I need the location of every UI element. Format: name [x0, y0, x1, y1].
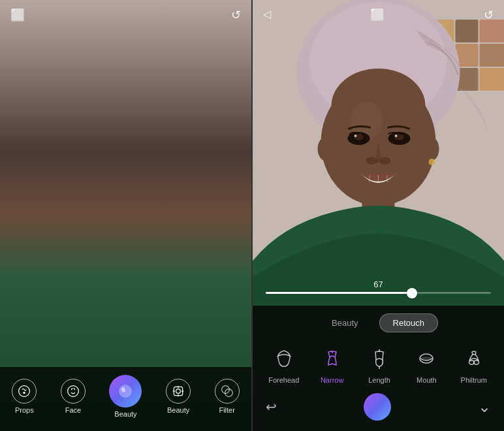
back-icon[interactable]: ◁	[263, 8, 271, 22]
forehead-icon	[270, 344, 298, 373]
svg-point-79	[429, 159, 435, 165]
svg-point-33	[68, 386, 79, 397]
right-bottom-panel: Beauty Retouch Forehead	[253, 306, 504, 431]
narrow-button[interactable]: Narrow	[318, 344, 347, 384]
face-icon	[61, 379, 86, 404]
philtrum-label: Philtrum	[461, 376, 487, 384]
svg-rect-49	[480, 20, 505, 42]
right-panel: ◁ ⬜ ↺ 67 Beauty Retouch	[253, 0, 504, 431]
slider-value-label: 67	[266, 279, 491, 289]
slider-fill	[266, 292, 412, 294]
reset-icon[interactable]: ↩	[266, 399, 277, 415]
beauty-icon	[166, 379, 191, 404]
retouch-tab[interactable]: Retouch	[379, 313, 438, 332]
length-icon	[365, 344, 394, 373]
svg-point-42	[221, 386, 229, 394]
props-icon	[12, 379, 37, 404]
left-top-icons: ⬜ ↺	[0, 8, 251, 22]
narrow-icon	[318, 344, 347, 373]
right-square-icon: ⬜	[370, 8, 385, 22]
filter-button[interactable]: Filter	[215, 379, 240, 414]
beauty-ball[interactable]	[364, 393, 391, 421]
narrow-label: Narrow	[321, 376, 343, 384]
svg-point-71	[354, 135, 357, 137]
slider-track[interactable]	[266, 292, 491, 294]
beauty-main-button[interactable]: Beauty	[109, 375, 142, 418]
forehead-button[interactable]: Forehead	[268, 344, 299, 384]
svg-point-37	[176, 389, 181, 394]
left-background	[0, 0, 251, 431]
svg-point-32	[24, 392, 25, 394]
bottom-actions: ↩ ⌄	[253, 387, 504, 421]
slider-thumb[interactable]	[407, 288, 417, 298]
filter-icon	[215, 379, 240, 404]
svg-rect-54	[480, 44, 505, 67]
face-label: Face	[65, 406, 81, 414]
face-button[interactable]: Face	[61, 379, 86, 414]
svg-point-65	[318, 137, 334, 161]
forehead-label: Forehead	[268, 376, 299, 384]
right-refresh-icon: ↺	[484, 8, 494, 22]
slider-container: 67	[253, 279, 504, 294]
beauty-main-label: Beauty	[114, 410, 136, 418]
beauty-tab[interactable]: Beauty	[319, 313, 371, 332]
philtrum-button[interactable]: Philtrum	[460, 344, 488, 384]
left-square-icon: ⬜	[10, 8, 25, 22]
philtrum-icon	[460, 344, 488, 373]
features-row: Forehead Narrow	[253, 339, 504, 387]
svg-point-66	[424, 137, 439, 161]
beauty-label: Beauty	[167, 406, 189, 414]
svg-point-34	[119, 385, 132, 398]
svg-point-73	[366, 157, 378, 165]
tabs-row: Beauty Retouch	[253, 306, 504, 339]
props-button[interactable]: Props	[12, 379, 37, 414]
svg-point-74	[379, 157, 391, 165]
svg-rect-59	[480, 68, 505, 91]
mouth-label: Mouth	[417, 376, 437, 384]
length-label: Length	[368, 376, 390, 384]
length-button[interactable]: Length	[365, 344, 394, 384]
svg-point-72	[395, 135, 398, 137]
svg-point-84	[420, 357, 432, 360]
left-toolbar: Props Face Beauty	[0, 367, 251, 431]
filter-label: Filter	[219, 406, 234, 414]
svg-rect-36	[174, 387, 182, 395]
svg-point-43	[225, 389, 232, 397]
svg-rect-48	[456, 20, 479, 42]
svg-point-31	[19, 386, 30, 397]
left-refresh-icon: ↺	[231, 8, 241, 22]
mouth-icon	[412, 344, 441, 373]
left-panel: ⬜ ↺ Props Face	[0, 0, 251, 431]
right-top-icons: ◁ ⬜ ↺	[253, 8, 504, 22]
beauty-button[interactable]: Beauty	[166, 379, 191, 414]
props-label: Props	[15, 406, 34, 414]
beauty-gradient-icon	[109, 375, 142, 407]
mouth-button[interactable]: Mouth	[412, 344, 441, 384]
chevron-down-icon[interactable]: ⌄	[478, 398, 491, 416]
